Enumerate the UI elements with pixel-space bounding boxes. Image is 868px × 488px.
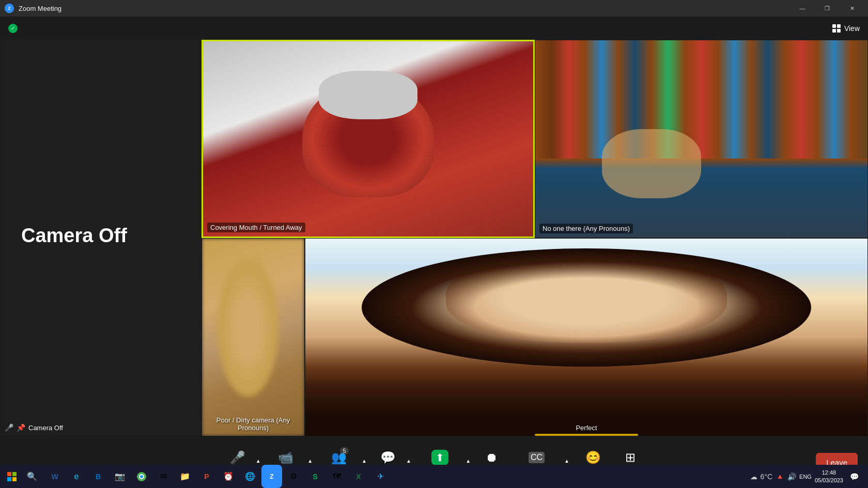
- taskbar-camera[interactable]: 📷: [110, 465, 130, 488]
- video-icon: 📹: [278, 450, 293, 465]
- video-feed-blurry: [202, 239, 304, 436]
- network-icon: 🔺: [776, 473, 784, 481]
- apps-icon: ⊞: [625, 450, 636, 465]
- weather-icon: ☁: [750, 473, 757, 481]
- windows-taskbar: 🔍 W e B 📷 ✉ 📁 P ⏰ 🌐 Z ⚙ S 🗺 X ✈ ☁ 6°C 🔺: [0, 465, 868, 488]
- reactions-icon: 😊: [585, 450, 601, 465]
- camera-off-name: Camera Off: [28, 424, 63, 432]
- title-bar: Z Zoom Meeting — ❐ ✕: [0, 0, 868, 17]
- pin-icon: 📌: [17, 423, 25, 432]
- svg-rect-2: [832, 24, 836, 28]
- title-bar-left: Z Zoom Meeting: [4, 3, 61, 13]
- system-clock: 12:48 05/03/2023: [815, 469, 843, 484]
- svg-rect-5: [837, 29, 841, 33]
- clock-time: 12:48: [822, 469, 836, 476]
- svg-rect-4: [832, 29, 836, 33]
- participant-label-blurry: Poor / Dirty camera (Any Pronouns): [202, 416, 304, 432]
- participant-red-hoodie: Covering Mouth / Turned Away: [202, 40, 535, 238]
- mute-icon: 🎤: [230, 450, 245, 465]
- temperature: 6°C: [761, 473, 773, 481]
- participant-label-bookshelf: No one there (Any Pronouns): [539, 224, 633, 233]
- system-tray-icons: ☁ 6°C 🔺 🔊 ENG: [750, 473, 812, 481]
- svg-text:Z: Z: [8, 6, 10, 11]
- taskbar-settings[interactable]: ⚙: [283, 465, 304, 488]
- participant-bookshelf: No one there (Any Pronouns): [535, 40, 868, 238]
- taskbar-chrome[interactable]: [131, 465, 152, 488]
- svg-rect-9: [12, 477, 17, 481]
- taskbar-edge[interactable]: B: [88, 465, 109, 488]
- taskbar-ie[interactable]: e: [66, 465, 87, 488]
- svg-rect-3: [837, 24, 841, 28]
- record-icon: ⏺: [486, 450, 498, 465]
- participants-icon: 👥 5: [331, 450, 347, 465]
- taskbar-excel[interactable]: X: [348, 465, 369, 488]
- taskbar-clock[interactable]: ⏰: [218, 465, 239, 488]
- notifications-button[interactable]: 💬: [846, 465, 862, 488]
- top-bar: ✓ View: [0, 17, 868, 40]
- camera-off-status: 🎤 📌 Camera Off: [5, 423, 63, 432]
- video-grid: Camera Off 🎤 📌 Camera Off Covering Mouth…: [0, 40, 868, 436]
- system-tray: ☁ 6°C 🔺 🔊 ENG 12:48 05/03/2023 💬: [750, 465, 868, 488]
- clock-date: 05/03/2023: [815, 477, 843, 484]
- progress-bar: [535, 434, 638, 436]
- minimize-button[interactable]: —: [791, 0, 814, 17]
- taskbar-powerpoint[interactable]: P: [196, 465, 217, 488]
- participants-count-badge: 5: [340, 447, 348, 454]
- participant-blurry: Poor / Dirty camera (Any Pronouns): [202, 238, 305, 436]
- video-feed-bookshelf: [535, 40, 867, 238]
- participant-smiling-woman: Perfect: [305, 238, 868, 436]
- language: ENG: [799, 474, 812, 480]
- taskbar-edge2[interactable]: 🌐: [240, 465, 260, 488]
- speaker-icon: 🔊: [787, 473, 796, 481]
- svg-rect-7: [12, 472, 17, 476]
- svg-rect-8: [7, 477, 11, 481]
- taskbar-zoom[interactable]: Z: [261, 465, 282, 488]
- share-screen-icon: ⬆: [431, 450, 448, 465]
- video-feed-smiling-woman: [305, 239, 867, 436]
- title-bar-controls: — ❐ ✕: [791, 0, 864, 17]
- view-button[interactable]: View: [832, 24, 860, 33]
- view-label: View: [844, 24, 860, 33]
- start-button[interactable]: [0, 465, 24, 488]
- taskbar-apps: W e B 📷 ✉ 📁 P ⏰ 🌐 Z ⚙ S 🗺 X ✈: [40, 465, 750, 488]
- participant-label-smiling-woman: Perfect: [305, 424, 867, 432]
- grid-view-icon: [832, 24, 841, 33]
- chat-icon: 💬: [380, 450, 396, 465]
- video-feed-red-hoodie: [203, 41, 533, 237]
- participant-camera-off: Camera Off 🎤 📌 Camera Off: [0, 40, 202, 436]
- svg-rect-6: [7, 472, 11, 476]
- taskbar-search-button[interactable]: 🔍: [24, 465, 40, 488]
- taskbar-mail[interactable]: ✉: [153, 465, 174, 488]
- captions-icon: CC: [529, 452, 545, 463]
- windows-start-icon: [7, 472, 17, 481]
- security-icon: ✓: [8, 24, 18, 33]
- window-title: Zoom Meeting: [19, 5, 61, 12]
- chrome-icon: [137, 472, 146, 481]
- zoom-logo-icon: Z: [4, 3, 14, 13]
- taskbar-folder[interactable]: 📁: [175, 465, 195, 488]
- svg-point-12: [140, 475, 143, 478]
- taskbar-app-s[interactable]: S: [305, 465, 326, 488]
- taskbar-maps[interactable]: 🗺: [327, 465, 347, 488]
- participant-label-red-hoodie: Covering Mouth / Turned Away: [207, 223, 305, 232]
- taskbar-telegram[interactable]: ✈: [370, 465, 391, 488]
- camera-off-label: Camera Off: [21, 225, 127, 247]
- close-button[interactable]: ✕: [840, 0, 864, 17]
- taskbar-word[interactable]: W: [44, 465, 65, 488]
- muted-icon: 🎤: [5, 423, 13, 432]
- maximize-button[interactable]: ❐: [815, 0, 839, 17]
